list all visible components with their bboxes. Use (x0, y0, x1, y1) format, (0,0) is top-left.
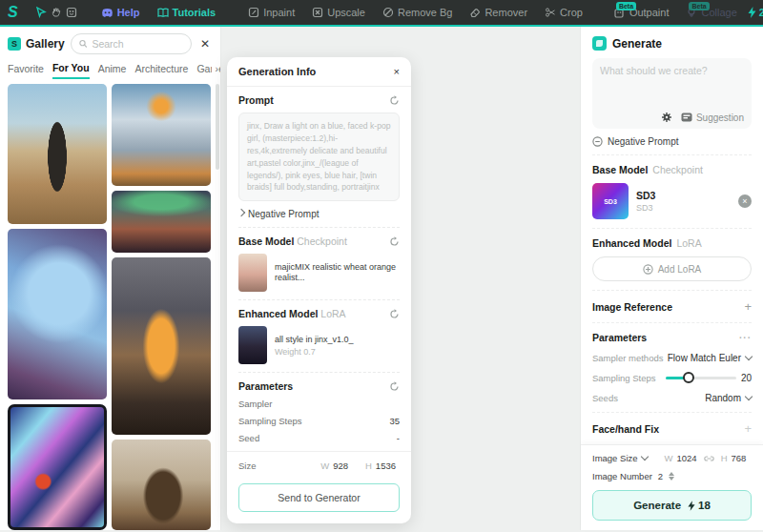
inpaint-button[interactable]: Inpaint (241, 3, 301, 22)
remove-bg-icon (382, 7, 394, 18)
gallery-image-fire-figure[interactable] (112, 257, 211, 436)
enhanced-model-label: Enhanced Model LoRA (238, 308, 346, 319)
gallery-scrollbar[interactable] (216, 84, 219, 170)
lightning-icon (688, 501, 695, 511)
generate-cost: 18 (688, 500, 711, 511)
gallery-title: S Gallery (8, 37, 65, 51)
prompt-settings-icon[interactable] (661, 112, 672, 123)
base-model-row[interactable]: majicMIX realistic wheat orange realist.… (238, 254, 400, 292)
minus-circle-icon (592, 136, 603, 147)
search-icon (79, 39, 88, 49)
close-gallery-button[interactable]: ✕ (197, 37, 213, 51)
collage-button[interactable]: Beta Collage (679, 3, 743, 22)
prompt-label: Prompt (238, 94, 274, 106)
generate-panel: Generate Suggestion Negative Prompt (580, 27, 763, 530)
selected-model-card[interactable]: SD3 SD3 SD3 × (592, 183, 752, 219)
hand-tool-icon[interactable] (51, 3, 62, 22)
face-hand-fix-section[interactable]: Face/hand Fix + (592, 413, 752, 444)
cursor-tool-icon[interactable] (35, 3, 47, 22)
add-lora-button[interactable]: Add LoRA (592, 256, 752, 281)
negative-prompt-toggle[interactable]: Negative Prompt (238, 209, 400, 219)
image-size-row: Image Size W 1024 H 768 (592, 453, 752, 463)
lora-thumbnail (238, 326, 267, 364)
chevron-right-icon (237, 209, 245, 216)
width-value[interactable]: 1024 (677, 453, 697, 463)
tabs-more-chevron[interactable]: › (212, 63, 219, 74)
credits-counter[interactable]: 200 (748, 7, 763, 18)
gallery-tool-icon[interactable] (66, 3, 77, 22)
gallery-image-jinx-portrait[interactable] (8, 229, 107, 399)
image-number-stepper[interactable] (669, 472, 674, 481)
remove-model-button[interactable]: × (738, 194, 752, 208)
outpaint-button[interactable]: Beta Outpaint (607, 3, 676, 22)
base-model-label: Base Model Checkpoint (238, 235, 347, 247)
gallery-image-assassin[interactable] (8, 84, 107, 224)
sampler-select[interactable]: Flow Match Euler (668, 353, 752, 363)
generate-logo-icon (592, 36, 607, 51)
parameters-section: Parameters ··· Sampler methods Flow Matc… (592, 323, 752, 413)
reuse-parameters-icon[interactable] (389, 381, 400, 392)
enhanced-model-label: Enhanced Model LoRA (592, 237, 752, 249)
gallery-grid (0, 79, 220, 530)
parameters-menu-button[interactable]: ··· (739, 333, 752, 343)
remover-button[interactable]: Remover (463, 3, 534, 22)
image-reference-section[interactable]: Image Reference + (592, 291, 752, 323)
seeds-row: Seeds Random (592, 393, 752, 403)
height-value[interactable]: 768 (732, 453, 747, 463)
prompt-text[interactable]: jinx, Draw a light on a blue, faced k-po… (238, 113, 400, 201)
gallery-panel: S Gallery ✕ Favorite For You Anime Archi… (0, 27, 221, 530)
tutorials-button[interactable]: Tutorials (151, 3, 223, 22)
send-to-generator-button[interactable]: Send to Generator (238, 483, 400, 512)
gallery-image-demon[interactable] (112, 440, 211, 530)
gallery-tabs: Favorite For You Anime Architecture Game… (0, 58, 220, 79)
chevron-down-icon[interactable] (640, 453, 648, 460)
lightning-icon (748, 7, 756, 18)
negative-prompt-toggle[interactable]: Negative Prompt (592, 129, 752, 155)
image-number-row: Image Number 2 (592, 471, 752, 481)
book-icon (157, 8, 169, 18)
crop-button[interactable]: Crop (538, 3, 589, 22)
reuse-prompt-icon[interactable] (389, 95, 400, 106)
tab-for-you[interactable]: For You (52, 62, 90, 79)
help-button[interactable]: Help (94, 3, 147, 22)
base-model-label: Base Model Checkpoint (592, 164, 752, 175)
canvas-area: Generation Info × Prompt jinx, Draw a li… (221, 27, 580, 530)
close-modal-button[interactable]: × (394, 66, 400, 77)
expand-plus-icon[interactable]: + (744, 299, 752, 314)
tab-anime[interactable]: Anime (98, 63, 127, 78)
remove-bg-button[interactable]: Remove Bg (376, 3, 459, 22)
prompt-textarea[interactable] (600, 65, 744, 107)
prompt-input-box[interactable]: Suggestion (592, 58, 752, 129)
slider-thumb[interactable] (683, 372, 694, 383)
suggestion-button[interactable]: Suggestion (681, 113, 744, 123)
expand-plus-icon[interactable]: + (744, 421, 752, 436)
gallery-search[interactable] (71, 33, 192, 54)
image-number-value[interactable]: 2 (658, 471, 663, 481)
base-model-section: Base Model Checkpoint SD3 SD3 SD3 × (592, 155, 752, 229)
app-logo[interactable]: S (8, 3, 18, 22)
gallery-image-robot[interactable] (112, 84, 211, 186)
upscale-button[interactable]: Upscale (305, 3, 372, 22)
modal-title: Generation Info (238, 66, 316, 77)
gallery-image-abstract-selected[interactable] (8, 404, 107, 530)
steps-slider[interactable] (666, 377, 736, 379)
reuse-lora-icon[interactable] (389, 309, 400, 319)
generation-info-modal: Generation Info × Prompt jinx, Draw a li… (227, 57, 411, 523)
generate-button[interactable]: Generate 18 (592, 490, 752, 521)
reuse-model-icon[interactable] (389, 236, 400, 247)
beta-badge: Beta (616, 2, 636, 10)
base-model-thumbnail (238, 254, 267, 292)
seed-row: Seed - (238, 433, 400, 443)
link-dimensions-icon[interactable] (704, 455, 714, 462)
toolbar: S Help Tutorials Inpaint Upscale Remove … (0, 0, 763, 27)
gallery-image-aurora-city[interactable] (112, 191, 211, 253)
tab-architecture[interactable]: Architecture (134, 63, 188, 78)
scissors-icon (545, 7, 556, 18)
model-thumbnail: SD3 (592, 183, 629, 219)
search-input[interactable] (92, 38, 183, 50)
tab-favorite[interactable]: Favorite (8, 63, 44, 78)
lora-row[interactable]: all style in jinx_v1.0_ Weight 0.7 (238, 326, 400, 364)
sampler-row: Sampler (238, 399, 400, 409)
generate-footer: Image Size W 1024 H 768 Image Number 2 G… (581, 444, 763, 530)
seeds-select[interactable]: Random (705, 393, 752, 403)
